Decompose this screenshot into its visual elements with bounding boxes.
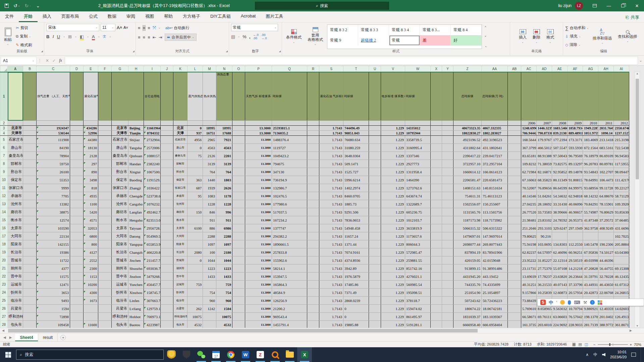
cell-H15[interactable]: Hengshu	[128, 216, 144, 224]
cell-AF23[interactable]: 37.337969	[568, 281, 583, 289]
cell-U28[interactable]	[369, 321, 381, 329]
cell-AD24[interactable]: 10.258398	[537, 289, 552, 297]
cell-AD28[interactable]: 203.60104	[537, 321, 552, 329]
cell-AE21[interactable]: 55.071089	[552, 264, 568, 273]
cell-S13[interactable]: 1.7143	[319, 200, 343, 208]
cell-N24[interactable]: 754	[216, 289, 232, 297]
cell-Z25[interactable]: 507243.62	[453, 297, 482, 305]
cell-T19[interactable]: 7074.9161	[343, 248, 369, 256]
cell-G10[interactable]: 保定市	[112, 176, 128, 184]
taskbar-app-search-tool[interactable]	[268, 347, 282, 362]
cell-I2[interactable]	[144, 121, 161, 126]
select-all-corner[interactable]	[0, 66, 8, 72]
cell-V14[interactable]: 1.229	[381, 208, 405, 216]
ime-indicator[interactable]: 中	[593, 352, 597, 358]
cell-C10[interactable]: 55353	[37, 176, 70, 184]
cell-Z14[interactable]: 1131565.76	[453, 208, 482, 216]
cell-AE8[interactable]: 73.825753	[552, 160, 568, 168]
cell-J3[interactable]	[161, 126, 173, 131]
cell-AE23[interactable]: 40.071435	[552, 281, 568, 289]
cell-A1[interactable]	[8, 72, 23, 121]
cell-AA4[interactable]: 1802.283027	[482, 131, 508, 136]
cell-X17[interactable]	[431, 232, 442, 240]
cell-W1[interactable]: 吨标煤	[405, 72, 431, 121]
cell-U12[interactable]	[369, 192, 381, 200]
row-header-15[interactable]: 15	[0, 216, 8, 224]
cell-AB13[interactable]	[508, 200, 521, 208]
cell-I18[interactable]: 655853.95	[144, 240, 161, 248]
col-header-G[interactable]: G	[112, 66, 128, 72]
cell-AE1[interactable]	[552, 72, 568, 121]
cell-AE5[interactable]: 177.23947	[552, 136, 568, 144]
cell-G11[interactable]: 张家口市	[112, 184, 128, 192]
cell-AB20[interactable]	[508, 256, 521, 264]
row-header-19[interactable]: 19	[0, 248, 8, 256]
cell-T5[interactable]: 76080.634	[343, 136, 369, 144]
cell-AD20[interactable]: 31.852272	[537, 256, 552, 264]
cell-C5[interactable]: 111908	[37, 136, 70, 144]
cell-L23[interactable]: 759	[187, 281, 203, 289]
cell-D11[interactable]	[70, 184, 84, 192]
cell-W25[interactable]: 378118.7	[405, 297, 431, 305]
prev-sheet-icon[interactable]: ◀	[3, 336, 6, 339]
cell-Q10[interactable]: 736194.9	[272, 176, 307, 184]
cell-A13[interactable]: 沧州市	[8, 200, 23, 208]
cell-Z12[interactable]: 754611.31	[453, 192, 482, 200]
cell-W20[interactable]: 259881.55	[405, 256, 431, 264]
cell-Y24[interactable]	[442, 289, 453, 297]
cell-AC12[interactable]: 40.143467	[521, 192, 537, 200]
cell-Y16[interactable]	[442, 224, 453, 232]
cell-Y28[interactable]	[442, 321, 453, 329]
cell-X20[interactable]	[431, 256, 442, 264]
cell-AC6[interactable]: 367.37995	[521, 144, 537, 152]
cell-AD3[interactable]: 1446.3239	[537, 126, 552, 131]
cell-H10[interactable]: Baoding	[128, 176, 144, 184]
col-header-S[interactable]: S	[319, 66, 343, 72]
cell-AD17[interactable]: 90.216	[537, 232, 552, 240]
cell-C28[interactable]: 109458	[37, 321, 70, 329]
col-header-AC[interactable]: AC	[521, 66, 537, 72]
tab-方方格子[interactable]: 方方格子	[178, 11, 205, 22]
cell-Z22[interactable]: 4431945.20	[453, 273, 482, 281]
cell-I28[interactable]: 4223987.9	[144, 321, 161, 329]
cell-G24[interactable]: 忻州市	[112, 289, 128, 297]
cell-AC10[interactable]: 67.160639	[521, 176, 537, 184]
cell-X22[interactable]	[431, 273, 442, 281]
cell-B1[interactable]	[23, 72, 37, 121]
cell-AE15[interactable]: 24.785929	[552, 216, 568, 224]
cell-R16[interactable]	[307, 224, 319, 232]
cell-N2[interactable]	[216, 121, 232, 126]
cell-B21[interactable]	[23, 264, 37, 273]
ime-punctuation-icon[interactable]: ’	[556, 300, 557, 305]
cell-Y19[interactable]	[442, 248, 453, 256]
cell-AE20[interactable]: 22.123149	[552, 256, 568, 264]
cell-Y26[interactable]	[442, 305, 453, 313]
cell-V26[interactable]: 1.229	[381, 305, 405, 313]
cell-E6[interactable]: 18130	[84, 144, 98, 152]
qat-customize-icon[interactable]: ⌄	[36, 3, 40, 8]
tab-数据[interactable]: 数据	[103, 11, 121, 22]
cell-Z17[interactable]: 1479697.01	[453, 232, 482, 240]
tab-页面布局[interactable]: 页面布局	[56, 11, 84, 22]
cell-P14[interactable]: 13.3000	[245, 208, 272, 216]
cell-AC15[interactable]: 21.984818	[521, 216, 537, 224]
cell-Y11[interactable]	[442, 184, 453, 192]
col-header-Q[interactable]: Q	[272, 66, 307, 72]
avatar[interactable]: LZ	[575, 2, 583, 10]
cell-M13[interactable]: 1228	[203, 200, 216, 208]
cell-AA3[interactable]: 4067.332335	[482, 126, 508, 131]
gallery-down-icon[interactable]: ˅	[485, 35, 487, 38]
cell-M20[interactable]: 1044	[203, 256, 216, 264]
cell-AA24[interactable]: 25.1054897	[482, 289, 508, 297]
cell-C23[interactable]: 12471	[37, 281, 70, 289]
tab-插入[interactable]: 插入	[38, 11, 56, 22]
cell-H25[interactable]: Linfen	[128, 297, 144, 305]
cell-M1[interactable]: 热水供热总 量 （万吉焦）	[203, 72, 216, 121]
cell-AG27[interactable]: 198.13709	[583, 313, 598, 321]
cell-D14[interactable]	[70, 208, 84, 216]
cell-X28[interactable]	[431, 321, 442, 329]
cell-H24[interactable]: Xinzhou	[128, 289, 144, 297]
cell-O5[interactable]	[232, 136, 245, 144]
cell-I1[interactable]: 全社会用电 量 Annual Electrici ty Consumpti on…	[144, 72, 161, 121]
cell-E19[interactable]: 4127	[84, 248, 98, 256]
